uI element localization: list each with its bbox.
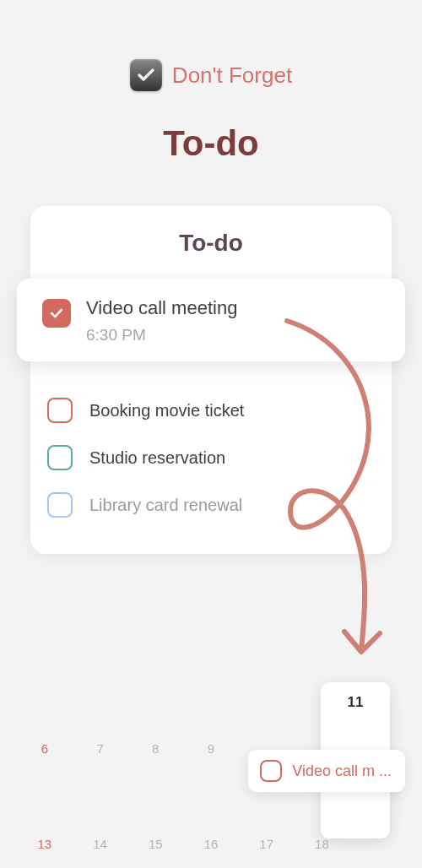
todo-label: Video call meeting [86,297,380,319]
checkmark-icon [136,65,156,85]
calendar-day[interactable]: 13 [17,835,73,853]
calendar-area: 11 6 7 8 9 Video call m ... 13 14 15 16 … [0,665,422,868]
app-header: Don't Forget [0,0,422,91]
todo-item[interactable]: Studio reservation [47,434,375,481]
checkbox-empty[interactable] [47,398,73,423]
checkbox-empty[interactable] [260,760,282,782]
calendar-day[interactable]: 6 [17,740,73,757]
checkbox-checked[interactable] [42,299,71,328]
todo-item[interactable]: Booking movie ticket [47,387,375,434]
todo-time: 6:30 PM [86,326,380,344]
calendar-event-chip[interactable]: Video call m ... [248,750,405,792]
calendar-day[interactable]: 18 [295,835,350,853]
checkmark-icon [48,305,65,322]
todo-item[interactable]: Library card renewal [47,481,375,529]
calendar-event-label: Video call m ... [292,762,392,780]
todo-label: Studio reservation [89,448,225,468]
checkbox-empty[interactable] [47,445,73,470]
calendar-day[interactable]: 16 [183,835,239,853]
todo-item-highlighted[interactable]: Video call meeting 6:30 PM [17,279,405,361]
calendar-day[interactable]: 15 [127,835,183,853]
card-title: To-do [30,206,392,279]
todo-card: To-do Video call meeting 6:30 PM Booking… [30,206,392,554]
app-logo-icon [130,59,162,91]
calendar-day[interactable]: 8 [127,740,183,757]
app-name: Don't Forget [172,62,292,89]
calendar-day-number: 11 [321,694,390,711]
calendar-row: 13 14 15 16 17 18 [17,835,405,853]
calendar-day[interactable]: 7 [73,740,128,757]
calendar-day[interactable]: 9 [183,740,239,757]
calendar-day[interactable]: 17 [239,835,295,853]
todo-content: Video call meeting 6:30 PM [86,297,380,344]
calendar-day[interactable]: 14 [73,835,128,853]
checkbox-empty[interactable] [47,492,73,518]
page-title: To-do [0,123,422,164]
todo-label: Booking movie ticket [89,401,244,420]
todo-label: Library card renewal [89,496,242,515]
todo-list: Booking movie ticket Studio reservation … [30,387,392,529]
